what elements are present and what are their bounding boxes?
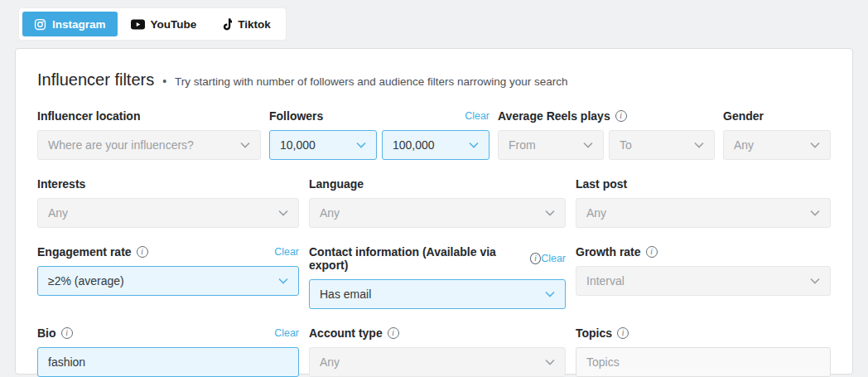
tab-instagram[interactable]: Instagram	[22, 12, 118, 36]
chevron-down-icon	[810, 210, 820, 216]
reels-from-select[interactable]: From	[498, 130, 604, 160]
bio-input[interactable]	[37, 347, 299, 377]
info-icon[interactable]: i	[388, 327, 399, 339]
account-type-select[interactable]: Any	[309, 347, 566, 377]
panel-title: Influencer filters	[37, 70, 154, 89]
followers-label: Followers	[269, 109, 323, 123]
filter-engagement-rate: Engagement rate i Clear ≥2% (average)	[37, 245, 299, 309]
chevron-down-icon	[545, 210, 555, 216]
interests-label: Interests	[37, 177, 85, 191]
bio-label: Bio	[37, 326, 56, 340]
platform-tabs: Instagram YouTube Tiktok	[18, 7, 287, 41]
chevron-down-icon	[469, 142, 479, 148]
info-icon[interactable]: i	[617, 327, 629, 339]
contact-information-label: Contact information (Available via expor…	[309, 245, 525, 272]
filter-followers: Followers Clear 10,000 100,000	[269, 109, 489, 160]
filter-row-4: Bio i Clear Account type i Any	[37, 326, 831, 377]
tab-tiktok[interactable]: Tiktok	[210, 12, 282, 36]
filter-interests: Interests Any	[37, 177, 299, 228]
engagement-rate-select[interactable]: ≥2% (average)	[37, 266, 299, 296]
followers-to-select[interactable]: 100,000	[382, 130, 489, 160]
contact-information-select[interactable]: Has email	[309, 279, 566, 309]
tab-youtube-label: YouTube	[151, 18, 197, 31]
influencer-location-select[interactable]: Where are your influencers?	[37, 130, 261, 160]
influencer-location-placeholder: Where are your influencers?	[48, 138, 194, 152]
last-post-value: Any	[586, 206, 606, 220]
influencer-location-label: Influencer location	[37, 109, 140, 123]
filter-row-3: Engagement rate i Clear ≥2% (average) Co…	[37, 245, 831, 309]
chevron-down-icon	[356, 142, 366, 148]
filter-bio: Bio i Clear	[37, 326, 299, 377]
info-icon[interactable]: i	[530, 253, 541, 264]
language-label: Language	[309, 177, 364, 191]
engagement-rate-label: Engagement rate	[37, 245, 132, 259]
panel-header: Influencer filters • Try starting with n…	[37, 70, 831, 89]
info-icon[interactable]: i	[61, 327, 73, 339]
filters-panel: Influencer filters • Try starting with n…	[15, 48, 853, 375]
filter-influencer-location: Influencer location Where are your influ…	[37, 109, 261, 160]
growth-rate-select[interactable]: Interval	[576, 266, 831, 296]
reels-to-select[interactable]: To	[609, 130, 715, 160]
chevron-down-icon	[278, 210, 288, 216]
info-icon[interactable]: i	[615, 110, 627, 122]
average-reels-plays-label: Average Reels plays	[498, 109, 610, 123]
reels-to-placeholder: To	[620, 138, 632, 152]
filter-language: Language Any	[309, 177, 566, 228]
chevron-down-icon	[810, 142, 820, 148]
chevron-down-icon	[278, 278, 288, 284]
chevron-down-icon	[240, 142, 250, 148]
filter-last-post: Last post Any	[576, 177, 831, 228]
followers-from-select[interactable]: 10,000	[269, 130, 377, 160]
filter-gender: Gender Any	[723, 109, 831, 160]
chevron-down-icon	[545, 359, 555, 365]
influencer-search-page: Instagram YouTube Tiktok Influencer filt…	[0, 0, 868, 377]
tab-tiktok-label: Tiktok	[238, 18, 271, 31]
filter-average-reels-plays: Average Reels plays i From To	[498, 109, 715, 160]
panel-subtitle: Try starting with number of followers an…	[175, 75, 567, 88]
filter-account-type: Account type i Any	[309, 326, 566, 377]
reels-from-placeholder: From	[509, 138, 536, 152]
chevron-down-icon	[545, 291, 555, 297]
engagement-rate-clear-button[interactable]: Clear	[274, 246, 299, 258]
info-icon[interactable]: i	[646, 246, 658, 258]
gender-value: Any	[734, 138, 754, 152]
chevron-down-icon	[583, 142, 593, 148]
info-icon[interactable]: i	[137, 246, 148, 258]
followers-from-value: 10,000	[280, 138, 316, 152]
topics-label: Topics	[576, 326, 612, 340]
gender-select[interactable]: Any	[723, 130, 831, 160]
title-bullet: •	[162, 75, 166, 88]
filter-contact-information: Contact information (Available via expor…	[309, 245, 566, 309]
interests-select[interactable]: Any	[37, 198, 299, 228]
filter-growth-rate: Growth rate i Interval	[576, 245, 831, 309]
followers-clear-button[interactable]: Clear	[465, 110, 489, 122]
growth-rate-placeholder: Interval	[586, 274, 624, 288]
interests-value: Any	[48, 206, 68, 220]
growth-rate-label: Growth rate	[576, 245, 641, 259]
tiktok-icon	[221, 18, 232, 31]
language-value: Any	[320, 206, 340, 220]
filter-row-1: Influencer location Where are your influ…	[37, 109, 831, 160]
last-post-label: Last post	[576, 177, 627, 191]
last-post-select[interactable]: Any	[576, 198, 831, 228]
gender-label: Gender	[723, 109, 764, 123]
account-type-value: Any	[320, 355, 340, 369]
filter-topics: Topics i	[576, 326, 831, 377]
tab-instagram-label: Instagram	[52, 18, 106, 31]
contact-information-value: Has email	[320, 288, 371, 301]
chevron-down-icon	[810, 278, 820, 284]
topics-input[interactable]	[576, 347, 831, 377]
language-select[interactable]: Any	[309, 198, 566, 228]
engagement-rate-value: ≥2% (average)	[48, 274, 124, 288]
youtube-icon	[131, 19, 145, 30]
instagram-icon	[34, 18, 46, 31]
tab-youtube[interactable]: YouTube	[119, 12, 209, 36]
account-type-label: Account type	[309, 326, 383, 340]
followers-to-value: 100,000	[393, 138, 435, 152]
contact-information-clear-button[interactable]: Clear	[541, 253, 566, 264]
bio-clear-button[interactable]: Clear	[274, 327, 299, 339]
filter-row-2: Interests Any Language Any Last post Any	[37, 177, 831, 228]
chevron-down-icon	[694, 142, 704, 148]
